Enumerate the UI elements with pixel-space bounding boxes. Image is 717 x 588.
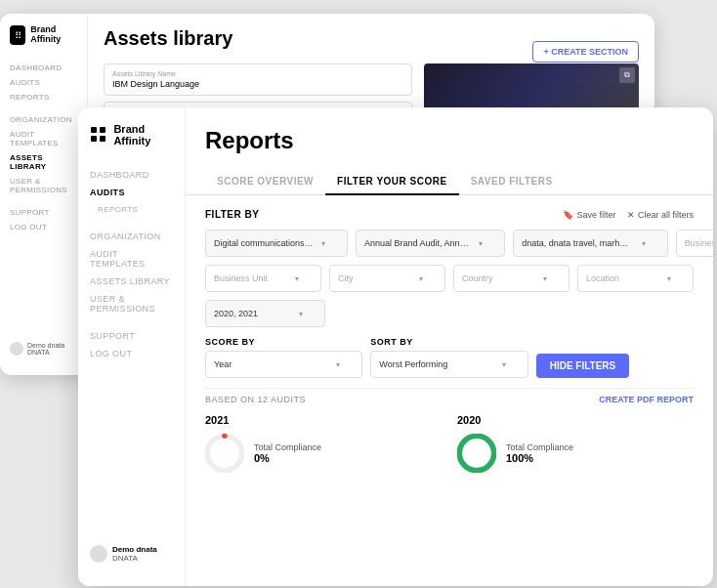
- clear-all-filters-button[interactable]: ✕ Clear all filters: [627, 210, 694, 220]
- audits-info-row: BASED ON 12 AUDITS CREATE PDF REPORT: [205, 388, 694, 404]
- nav-audits-front[interactable]: AUDITS: [90, 184, 173, 201]
- user-role-back: DNATA: [27, 349, 64, 356]
- tabs-front: SCORE OVERVIEW FILTER YOUR SCORE SAVED F…: [186, 168, 713, 195]
- filter-city[interactable]: City ▾: [329, 265, 445, 292]
- nav-logout-back[interactable]: LOG OUT: [10, 220, 77, 234]
- year-2020-col: 2020 Total Compliance 100%: [457, 414, 694, 473]
- brand-affinity-logo-text-front: Brand Affinity: [113, 123, 173, 147]
- chevron-down-icon-score: ▾: [336, 360, 340, 369]
- nav-assets-library-front[interactable]: ASSETS LIBRARY: [90, 273, 173, 290]
- user-name-back: Demo dnata: [27, 342, 64, 349]
- sidebar-back: Brand Affinity DASHBOARD AUDITS REPORTS …: [0, 14, 88, 375]
- compliance-row-2020: Total Compliance 100%: [457, 434, 694, 473]
- compliance-text-2021: Total Compliance 0%: [254, 442, 321, 464]
- copy-image-button[interactable]: ⧉: [619, 67, 635, 83]
- filter-actions: 🔖 Save filter ✕ Clear all filters: [563, 210, 694, 220]
- filter-country[interactable]: Country ▾: [453, 265, 569, 292]
- user-avatar-front: [90, 545, 107, 563]
- donut-svg-2021: [205, 434, 244, 473]
- chevron-down-icon-2: ▾: [479, 239, 483, 248]
- sidebar-front: Brand Affinity DASHBOARD AUDITS REPORTS …: [78, 107, 186, 586]
- filter-year[interactable]: 2020, 2021 ▾: [205, 300, 325, 327]
- chevron-down-icon-7: ▾: [543, 274, 547, 283]
- brand-affinity-logo-icon-back: [10, 25, 25, 45]
- user-profile-back: Demo dnata DNATA: [0, 334, 87, 363]
- filter-by-label: FILTER BY: [205, 209, 259, 220]
- donut-svg-2020: [457, 434, 496, 473]
- tab-score-overview[interactable]: SCORE OVERVIEW: [205, 168, 325, 194]
- field-value-name: IBM Design Language: [112, 79, 403, 89]
- nav-support-front[interactable]: SUPPORT: [90, 327, 173, 345]
- hide-filters-wrap: HIDE FILTERS: [536, 354, 694, 378]
- nav-user-permissions-front[interactable]: USER & PERMISSIONS: [90, 290, 173, 317]
- nav-back: DASHBOARD AUDITS REPORTS ORGANIZATION AU…: [0, 61, 87, 234]
- audits-count-label: BASED ON 12 AUDITS: [205, 395, 306, 404]
- compliance-row-2021: Total Compliance 0%: [205, 434, 442, 473]
- filter-content: FILTER BY 🔖 Save filter ✕ Clear all filt…: [186, 195, 713, 586]
- donut-fill-2020: [459, 436, 493, 470]
- nav-audits-back[interactable]: AUDITS: [10, 75, 77, 90]
- nav-audit-templates-front[interactable]: AUDIT TEMPLATES: [90, 245, 173, 273]
- filter-year-text: 2020, 2021: [214, 309, 258, 318]
- compliance-text-2020: Total Compliance 100%: [506, 442, 573, 464]
- compliance-label-2020: Total Compliance: [506, 442, 573, 452]
- filter-annual-brand-audit-text: Annual Brand Audit, Annual...: [364, 238, 471, 248]
- year-results-cols: 2021 Total Compliance 0%: [205, 414, 694, 473]
- tab-filter-your-score[interactable]: FILTER YOUR SCORE: [325, 168, 459, 194]
- chevron-down-icon-1: ▾: [321, 239, 325, 248]
- tab-saved-filters[interactable]: SAVED FILTERS: [459, 168, 565, 194]
- filter-business-unit[interactable]: Business Unit ▾: [205, 265, 321, 292]
- chevron-down-icon-6: ▾: [419, 274, 423, 283]
- save-filter-button[interactable]: 🔖 Save filter: [563, 210, 615, 220]
- year-2021-label: 2021: [205, 414, 442, 426]
- score-by-select[interactable]: Year ▾: [205, 351, 362, 378]
- compliance-value-2021: 0%: [254, 452, 321, 464]
- nav-user-permissions-back[interactable]: USER & PERMISSIONS: [10, 174, 77, 197]
- filter-annual-brand-audit[interactable]: Annual Brand Audit, Annual... ▾: [356, 230, 505, 257]
- user-row-front: Demo dnata DNATA: [90, 545, 173, 563]
- nav-dashboard-back[interactable]: DASHBOARD: [10, 61, 77, 75]
- create-section-button-back[interactable]: + CREATE SECTION: [532, 41, 639, 63]
- nav-organization-back[interactable]: ORGANIZATION: [10, 112, 77, 127]
- logo-dot-3: [91, 136, 97, 142]
- nav-support-back[interactable]: SUPPORT: [10, 205, 77, 220]
- window-front: Brand Affinity DASHBOARD AUDITS REPORTS …: [78, 107, 713, 586]
- assets-library-name-field[interactable]: Assets Library Name IBM Design Language: [104, 63, 412, 96]
- nav-reports-back[interactable]: REPORTS: [10, 90, 77, 105]
- nav-front: DASHBOARD AUDITS REPORTS ORGANIZATION AU…: [78, 166, 185, 362]
- nav-section-org-back: ORGANIZATION AUDIT TEMPLATES ASSETS LIBR…: [10, 112, 77, 197]
- sort-by-select[interactable]: Worst Performing ▾: [370, 351, 527, 378]
- hide-filters-button[interactable]: HIDE FILTERS: [536, 354, 630, 378]
- filter-city-text: City: [338, 273, 354, 283]
- main-header-front: Reports: [186, 107, 713, 168]
- nav-audit-templates-back[interactable]: AUDIT TEMPLATES: [10, 127, 77, 150]
- nav-assets-library-back[interactable]: ASSETS LIBRARY: [10, 150, 77, 174]
- filter-location[interactable]: Location ▾: [577, 265, 694, 292]
- user-name-front: Demo dnata: [112, 545, 157, 554]
- user-info-front: Demo dnata DNATA: [112, 545, 157, 563]
- chevron-down-icon-9: ▾: [299, 310, 303, 318]
- field-label-name: Assets Library Name: [112, 70, 403, 77]
- logo-front: Brand Affinity: [78, 123, 185, 166]
- filter-digital-comms[interactable]: Digital communications to... ▾: [205, 230, 348, 257]
- filter-business-entity-text: Business Entity: [685, 238, 713, 248]
- sort-by-value: Worst Performing: [379, 359, 447, 369]
- score-by-section: SCORE BY Year ▾: [205, 337, 362, 378]
- compliance-value-2020: 100%: [506, 452, 573, 464]
- nav-section-support-front: SUPPORT LOG OUT: [90, 327, 173, 362]
- user-avatar-back: [10, 342, 23, 356]
- filter-dnata[interactable]: dnata, dnata travel, marhaba... ▾: [513, 230, 668, 257]
- donut-2021: [205, 434, 244, 473]
- main-content-front: Reports SCORE OVERVIEW FILTER YOUR SCORE…: [186, 107, 713, 586]
- nav-dashboard-front[interactable]: DASHBOARD: [90, 166, 173, 184]
- nav-reports-front[interactable]: REPORTS: [90, 201, 173, 218]
- nav-logout-front[interactable]: LOG OUT: [90, 345, 173, 362]
- nav-organization-front[interactable]: ORGANIZATION: [90, 228, 173, 245]
- filter-digital-comms-text: Digital communications to...: [214, 238, 315, 248]
- bookmark-icon: 🔖: [563, 210, 573, 220]
- create-pdf-button[interactable]: CREATE PDF REPORT: [599, 395, 694, 404]
- compliance-label-2021: Total Compliance: [254, 442, 321, 452]
- user-profile-front: Demo dnata DNATA: [78, 537, 185, 570]
- filter-row-header: FILTER BY 🔖 Save filter ✕ Clear all filt…: [205, 209, 694, 220]
- filter-business-entity[interactable]: Business Entity ▾: [676, 230, 713, 257]
